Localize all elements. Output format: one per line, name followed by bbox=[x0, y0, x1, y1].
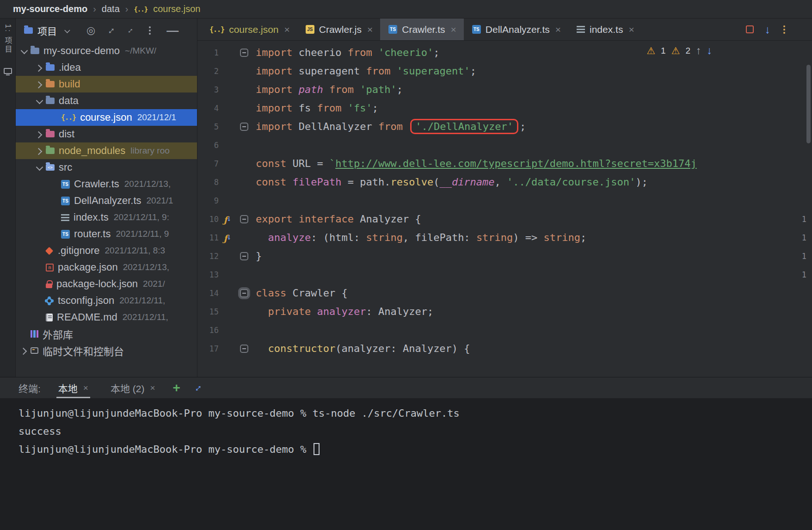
folder-icon bbox=[46, 98, 55, 104]
tree-item-meta: 2021/12/1 bbox=[137, 112, 177, 123]
tab-crawler-js[interactable]: JSCrawler.js× bbox=[297, 18, 380, 40]
fold-region-icon[interactable] bbox=[240, 123, 248, 131]
close-tab-icon[interactable]: × bbox=[367, 24, 373, 35]
terminal-cursor[interactable] bbox=[314, 443, 320, 455]
next-problem-icon[interactable]: ↓ bbox=[707, 45, 713, 56]
close-terminal-tab-icon[interactable]: × bbox=[83, 383, 88, 393]
js-icon: JS bbox=[306, 25, 314, 34]
chevron-down-icon[interactable] bbox=[34, 162, 45, 173]
download-arrow-icon[interactable]: ↓ bbox=[765, 23, 770, 36]
tree-item-course-json[interactable]: {..}course.json2021/12/1 bbox=[16, 109, 197, 126]
line-number: 7 bbox=[197, 154, 219, 173]
code-token: __dirname bbox=[439, 176, 494, 188]
chevron-down-icon[interactable] bbox=[18, 45, 30, 56]
tree-item-index-ts[interactable]: index.ts2021/12/11, 9: bbox=[16, 209, 197, 226]
ts-icon: TS bbox=[61, 180, 70, 189]
fold-region-icon[interactable] bbox=[240, 215, 248, 223]
chevron-right-icon[interactable] bbox=[34, 79, 45, 90]
close-tab-icon[interactable]: × bbox=[284, 24, 290, 35]
project-view-selector[interactable]: 项目 bbox=[23, 24, 73, 37]
tree-item-package-lock-json[interactable]: package-lock.json2021/ bbox=[16, 276, 197, 292]
more-options-icon[interactable] bbox=[149, 30, 151, 31]
tree-item-my-source-demo[interactable]: my-source-demo~/MKW/ bbox=[16, 43, 197, 59]
tree-item-build[interactable]: build bbox=[16, 76, 197, 92]
close-tab-icon[interactable]: × bbox=[628, 24, 634, 35]
terminal-tab-local[interactable]: 本地× bbox=[56, 377, 90, 398]
editor-tabs: {..}course.json×JSCrawler.js×TSCrawler.t… bbox=[201, 18, 642, 40]
code-token bbox=[286, 176, 292, 188]
tree-item-meta: 2021/12/13, bbox=[123, 262, 169, 272]
gutter-fx-slot bbox=[219, 265, 236, 284]
breadcrumb: my-source-demo › data › {..} course.json bbox=[0, 0, 812, 18]
tree-item-package-json[interactable]: npackage.json2021/12/13, bbox=[16, 259, 197, 276]
fold-region-icon[interactable] bbox=[240, 345, 248, 353]
code-token: ; bbox=[433, 47, 439, 58]
terminal-tabs: 本地×本地 (2)× bbox=[56, 377, 157, 398]
close-tab-icon[interactable]: × bbox=[555, 24, 561, 35]
editor-scrollbar[interactable] bbox=[806, 65, 811, 143]
fold-region-icon[interactable] bbox=[240, 252, 248, 260]
tree-item-idea[interactable]: .idea bbox=[16, 59, 197, 76]
code-editor[interactable]: 1import cheerio from 'cheerio';2import s… bbox=[197, 41, 812, 377]
inferred-function-gutter-icon[interactable]: ƒ↓ bbox=[223, 215, 231, 225]
ts-icon: TS bbox=[472, 25, 481, 34]
editor-area: {..}course.json×JSCrawler.js×TSCrawler.t… bbox=[197, 18, 812, 377]
chevron-down-icon[interactable] bbox=[34, 95, 45, 106]
warning-count-2: 2 bbox=[685, 46, 690, 55]
expand-terminal-icon[interactable]: ↕ bbox=[192, 382, 204, 394]
hide-panel-icon[interactable]: — bbox=[166, 25, 178, 37]
inspections-widget[interactable]: ⚠ 1 ⚠ 2 ↑ ↓ bbox=[646, 45, 712, 56]
inferred-function-gutter-icon[interactable]: ƒ↓ bbox=[223, 233, 231, 243]
chevron-right-icon[interactable] bbox=[34, 145, 45, 156]
tree-item-label: index.ts bbox=[74, 211, 109, 223]
tree-item-dist[interactable]: dist bbox=[16, 126, 197, 142]
chevron-spacer bbox=[34, 262, 45, 273]
tree-item-gitignore[interactable]: .gitignore2021/12/11, 8:3 bbox=[16, 242, 197, 259]
tree-item-data[interactable]: data bbox=[16, 92, 197, 109]
code-text: import DellAnalyzer from './DellAnalyzer… bbox=[252, 117, 526, 136]
expand-all-icon[interactable]: ↕ bbox=[106, 25, 117, 36]
tree-item-router-ts[interactable]: TSrouter.ts2021/12/11, 9 bbox=[16, 226, 197, 242]
tree-item-tsconfig-json[interactable]: tsconfig.json2021/12/11, bbox=[16, 292, 197, 309]
chevron-right-icon[interactable] bbox=[34, 62, 45, 73]
tree-item-readme-md[interactable]: README.md2021/12/11, bbox=[16, 309, 197, 326]
tree-item-crawler-ts[interactable]: TSCrawler.ts2021/12/13, bbox=[16, 176, 197, 192]
tree-item-node-modules[interactable]: node_moduleslibrary roo bbox=[16, 142, 197, 159]
tab-crawler-ts[interactable]: TSCrawler.ts× bbox=[380, 18, 464, 40]
new-terminal-button[interactable]: + bbox=[173, 382, 180, 394]
tree-item-meta: 2021/12/11, bbox=[123, 312, 168, 322]
prev-problem-icon[interactable]: ↑ bbox=[696, 45, 701, 56]
tree-item-dellanalyzer-ts[interactable]: TSDellAnalyzer.ts2021/1 bbox=[16, 192, 197, 209]
folder-idea-icon bbox=[46, 64, 55, 71]
terminal-tab-bar: 终端: 本地×本地 (2)× + ↕ bbox=[0, 377, 812, 399]
code-text: import superagent from 'superagent'; bbox=[252, 62, 476, 80]
code-token: from bbox=[329, 84, 354, 95]
collapse-all-icon[interactable]: ↕ bbox=[126, 26, 135, 35]
close-terminal-tab-icon[interactable]: × bbox=[150, 383, 155, 393]
locate-file-icon[interactable]: ◎ bbox=[86, 25, 95, 36]
breadcrumb-file[interactable]: course.json bbox=[153, 4, 200, 14]
tree-item-scratches-and-consoles[interactable]: 临时文件和控制台 bbox=[16, 342, 197, 359]
close-tab-icon[interactable]: × bbox=[451, 24, 456, 35]
tab-index-ts[interactable]: index.ts× bbox=[568, 18, 642, 40]
tab-course-json[interactable]: {..}course.json× bbox=[201, 18, 297, 40]
fold-region-icon[interactable] bbox=[240, 49, 248, 57]
breadcrumb-project[interactable]: my-source-demo bbox=[13, 4, 87, 14]
project-tool-window-button[interactable]: 1: 项目 bbox=[2, 24, 13, 54]
run-widget-icon[interactable] bbox=[746, 25, 754, 33]
chevron-spacer bbox=[49, 179, 60, 190]
tree-item-src[interactable]: <>src bbox=[16, 159, 197, 176]
terminal-tool-window-icon[interactable] bbox=[4, 68, 12, 74]
tree-item-label: DellAnalyzer.ts bbox=[74, 195, 141, 207]
terminal-tab-local-2[interactable]: 本地 (2)× bbox=[109, 377, 157, 398]
editor-more-options-icon[interactable] bbox=[783, 29, 785, 31]
chevron-spacer bbox=[49, 112, 60, 123]
gutter-fold-slot bbox=[236, 321, 252, 339]
terminal-output[interactable]: lijunjun@lijunjundeMacBook-Pro my-source… bbox=[0, 399, 812, 530]
tab-dellanalyzer-ts[interactable]: TSDellAnalyzer.ts× bbox=[464, 18, 568, 40]
fold-region-icon[interactable] bbox=[240, 289, 248, 297]
chevron-right-icon[interactable] bbox=[34, 129, 45, 140]
breadcrumb-folder[interactable]: data bbox=[102, 4, 120, 14]
chevron-right-icon[interactable] bbox=[18, 345, 30, 356]
tree-item-external-libraries[interactable]: 外部库 bbox=[16, 326, 197, 342]
